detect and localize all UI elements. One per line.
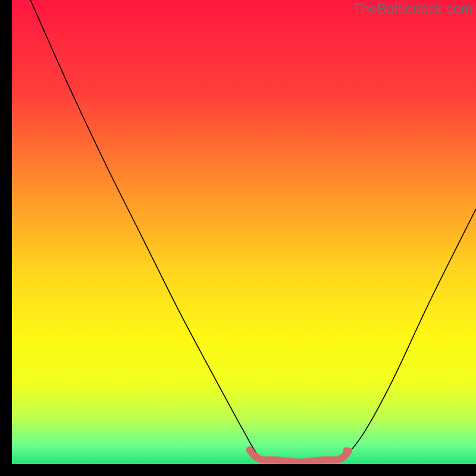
gradient-background [12, 0, 476, 464]
chart-frame: TheBottleneck.com [12, 0, 476, 464]
bottleneck-plot [12, 0, 476, 464]
watermark-text: TheBottleneck.com [353, 1, 472, 17]
optimal-range-dot [343, 447, 349, 453]
